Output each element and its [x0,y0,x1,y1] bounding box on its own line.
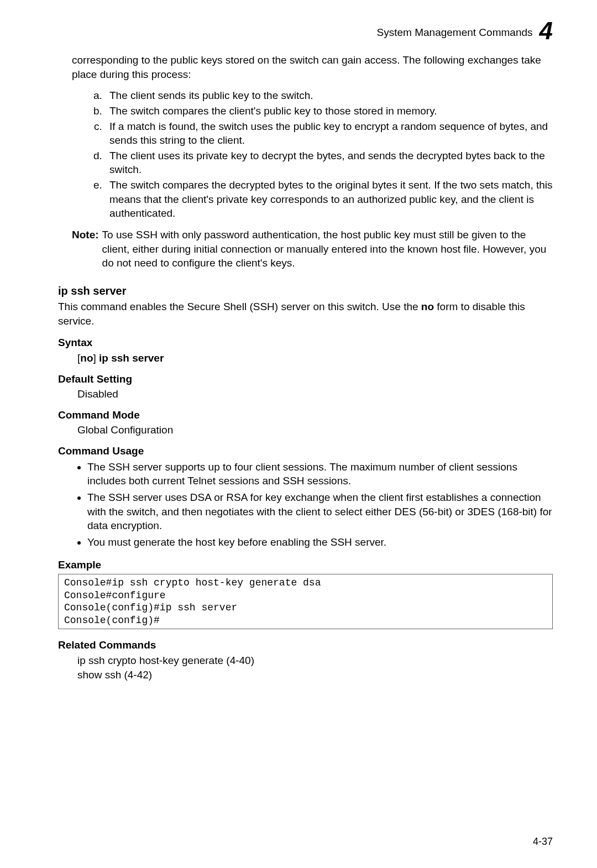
command-mode-heading: Command Mode [58,408,553,422]
default-setting-value: Disabled [77,387,553,401]
example-heading: Example [58,558,553,572]
page-number: 4-37 [533,835,553,848]
default-setting-heading: Default Setting [58,372,553,386]
desc-bold: no [421,301,434,312]
example-code-block: Console#ip ssh crypto host-key generate … [58,574,553,629]
command-name-heading: ip ssh server [58,284,553,299]
page-header: System Management Commands 4 [72,22,553,43]
chapter-number-icon: 4 [540,19,553,43]
syntax-heading: Syntax [58,336,553,350]
syntax-line: [no] ip ssh server [77,351,553,365]
intro-paragraph: corresponding to the public keys stored … [72,53,553,81]
command-description: This command enables the Secure Shell (S… [58,300,553,328]
page: System Management Commands 4 correspondi… [0,0,597,868]
list-item: If a match is found, the switch uses the… [105,119,553,148]
related-item: show ssh (4-42) [77,668,553,682]
steps-list: The client sends its public key to the s… [72,88,553,221]
syntax-command: ip ssh server [96,352,164,364]
related-commands: ip ssh crypto host-key generate (4-40) s… [77,653,553,682]
desc-text-before: This command enables the Secure Shell (S… [58,301,421,312]
command-usage-heading: Command Usage [58,444,553,458]
related-item: ip ssh crypto host-key generate (4-40) [77,653,553,668]
usage-list: The SSH server supports up to four clien… [72,459,553,551]
list-item: The SSH server supports up to four clien… [87,459,553,490]
list-item: The client uses its private key to decry… [105,148,553,177]
list-item: The switch compares the client's public … [105,103,553,119]
command-mode-value: Global Configuration [77,423,553,437]
list-item: The client sends its public key to the s… [105,88,553,103]
note-block: Note: To use SSH with only password auth… [72,228,553,270]
list-item: You must generate the host key before en… [87,535,553,551]
note-text: To use SSH with only password authentica… [102,228,553,270]
section-title: System Management Commands [377,25,533,40]
note-label: Note: [58,228,99,270]
syntax-no: no [80,352,93,364]
list-item: The SSH server uses DSA or RSA for key e… [87,490,553,535]
related-commands-heading: Related Commands [58,638,553,652]
list-item: The switch compares the decrypted bytes … [105,177,553,221]
